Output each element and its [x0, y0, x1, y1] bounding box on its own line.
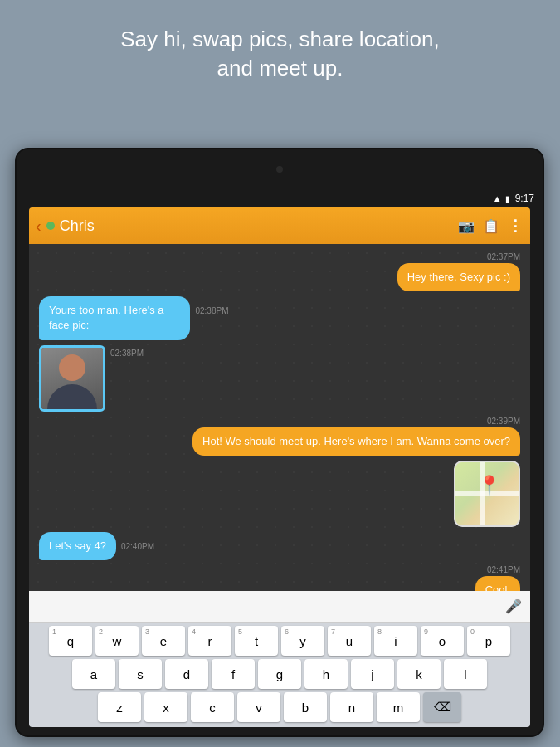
key-d[interactable]: d: [165, 659, 208, 689]
message-time-2: 02:38PM: [195, 306, 228, 315]
key-x[interactable]: x: [144, 692, 187, 722]
tablet-top-bezel: [17, 149, 543, 189]
status-icons: ▲ ▮: [493, 193, 510, 203]
tablet-bottom-bezel: [17, 727, 543, 735]
message-time-7: 02:41PM: [487, 565, 520, 574]
key-s[interactable]: s: [119, 659, 162, 689]
page-background: Say hi, swap pics, share location, and m…: [0, 0, 560, 747]
key-m[interactable]: m: [377, 692, 420, 722]
key-q-num[interactable]: 1q: [49, 626, 92, 656]
message-time-6: 02:40PM: [121, 542, 154, 551]
message-row-1: 02:37PM Hey there. Sexy pic :): [39, 252, 520, 291]
message-row-2: Yours too man. Here's a face pic: 02:38P…: [39, 296, 520, 339]
message-bubble-1[interactable]: Hey there. Sexy pic :): [397, 263, 520, 291]
row-asdf: a s d f g h j k l: [31, 659, 528, 689]
key-a[interactable]: a: [72, 659, 115, 689]
clipboard-button[interactable]: 📋: [483, 218, 499, 234]
keyboard-rows: 1q 2w 3e 4r 5t: [29, 622, 530, 727]
message-time-4: 02:39PM: [487, 417, 520, 426]
key-v[interactable]: v: [237, 692, 280, 722]
message-bubble-6[interactable]: Let's say 4?: [39, 532, 116, 560]
key-c[interactable]: c: [191, 692, 234, 722]
battery-icon: ▮: [505, 194, 510, 203]
message-time-3: 02:38PM: [110, 349, 144, 358]
key-t-num[interactable]: 5t: [235, 626, 278, 656]
map-pin-icon: 📍: [478, 475, 500, 496]
message-input[interactable]: [37, 600, 505, 613]
status-bar: ▲ ▮ 9:17: [17, 189, 543, 208]
key-n[interactable]: n: [330, 692, 373, 722]
toolbar: ‹ Chris 📷 📋 ⋮: [29, 208, 530, 244]
key-h[interactable]: h: [304, 659, 348, 689]
key-f[interactable]: f: [212, 659, 255, 689]
key-j[interactable]: j: [351, 659, 394, 689]
toolbar-action-icons: 📷 📋 ⋮: [458, 217, 523, 235]
key-y-num[interactable]: 6y: [281, 626, 324, 656]
more-options-button[interactable]: ⋮: [508, 217, 523, 235]
key-p-num[interactable]: 0p: [467, 626, 510, 656]
chat-area: 02:37PM Hey there. Sexy pic :) Yours too…: [29, 244, 530, 591]
key-l[interactable]: l: [444, 659, 487, 689]
camera-button[interactable]: 📷: [458, 218, 475, 234]
key-b[interactable]: b: [284, 692, 327, 722]
message-row-3: 02:38PM: [39, 345, 520, 412]
message-time-1: 02:37PM: [487, 252, 520, 261]
key-r-num[interactable]: 4r: [188, 626, 231, 656]
tablet-camera: [276, 166, 283, 173]
key-k[interactable]: k: [397, 659, 441, 689]
key-g[interactable]: g: [258, 659, 301, 689]
photo-bubble[interactable]: [39, 345, 105, 412]
back-button[interactable]: ‹: [36, 217, 41, 236]
key-o-num[interactable]: 9o: [421, 626, 464, 656]
online-dot: [46, 222, 55, 230]
message-row-6: Let's say 4? 02:40PM: [39, 532, 520, 560]
tablet-frame: ▲ ▮ 9:17 ‹ Chris 📷 📋 ⋮: [15, 148, 544, 737]
message-bubble-7[interactable]: Cool.: [475, 576, 520, 591]
key-e-num[interactable]: 3e: [142, 626, 185, 656]
keyboard-area: 🎤 1q 2w 3e: [29, 591, 530, 727]
header-text: Say hi, swap pics, share location, and m…: [120, 27, 439, 81]
contact-name: Chris: [60, 217, 458, 235]
delete-key[interactable]: ⌫: [423, 692, 461, 722]
message-bubble-4[interactable]: Hot! We should meet up. Here's where I a…: [192, 427, 520, 456]
key-i-num[interactable]: 8i: [374, 626, 417, 656]
wifi-icon: ▲: [493, 193, 502, 203]
map-bubble[interactable]: 📍: [454, 461, 520, 527]
key-u-num[interactable]: 7u: [328, 626, 371, 656]
mic-icon[interactable]: 🎤: [505, 598, 522, 614]
key-w-num[interactable]: 2w: [95, 626, 139, 656]
key-z[interactable]: z: [98, 692, 141, 722]
status-time: 9:17: [515, 193, 534, 204]
message-row-5: 📍: [39, 461, 520, 527]
message-row-4: 02:39PM Hot! We should meet up. Here's w…: [39, 417, 520, 456]
message-bubble-2[interactable]: Yours too man. Here's a face pic:: [39, 296, 190, 339]
number-row: 1q 2w 3e 4r 5t: [31, 626, 528, 656]
page-header: Say hi, swap pics, share location, and m…: [0, 0, 560, 100]
message-row-7: 02:41PM Cool.: [39, 565, 520, 591]
row-zxcv: z x c v b n m ⌫: [31, 692, 528, 722]
app-area: ‹ Chris 📷 📋 ⋮ 02:37PM Hey there. Sexy pi…: [29, 208, 530, 727]
keyboard-input-row: 🎤: [29, 591, 530, 622]
